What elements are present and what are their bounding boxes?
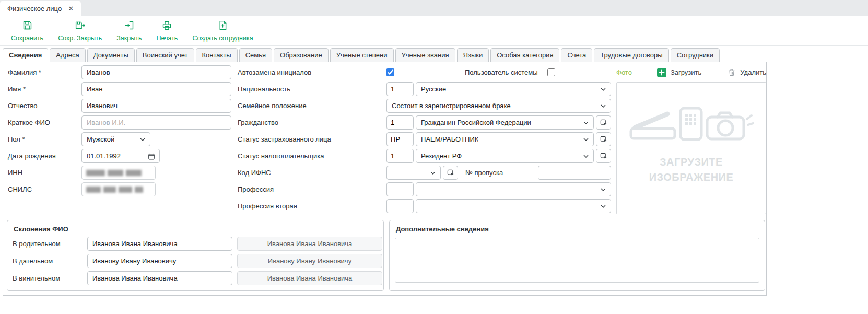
lookup-icon (600, 152, 608, 160)
ifns-lookup-button[interactable] (443, 166, 458, 180)
first-name-label: Имя * (8, 85, 81, 93)
short-fio-label: Краткое ФИО (8, 119, 81, 126)
app-window: Физическое лицо ✕ Сохранить Сохр. Закрыт… (0, 0, 868, 296)
nationality-value: Русские (421, 85, 446, 93)
pass-number-input[interactable] (538, 166, 611, 180)
photo-column: Фото Загрузить Удалить (616, 65, 766, 214)
chevron-down-icon (140, 138, 145, 141)
tab-uchenye-stepeni[interactable]: Ученые степени (330, 48, 394, 62)
calendar-icon[interactable] (147, 152, 156, 160)
create-employee-button-label: Создать сотрудника (192, 34, 253, 42)
tab-uchenye-zvaniya[interactable]: Ученые звания (395, 48, 455, 62)
print-button-label: Печать (156, 34, 178, 42)
plus-icon (657, 68, 666, 77)
window-tab-close-icon[interactable]: ✕ (68, 5, 74, 12)
tab-scheta[interactable]: Счета (561, 48, 592, 62)
marital-status-label: Семейное положение (238, 102, 386, 110)
taxpayer-status-code-input[interactable] (386, 149, 414, 163)
print-icon (161, 20, 172, 32)
last-name-label: Фамилия * (8, 68, 81, 76)
tab-sotrudniki[interactable]: Сотрудники (671, 48, 720, 62)
nationality-label: Национальность (238, 85, 386, 93)
tab-obrazovanie[interactable]: Образование (274, 48, 329, 62)
marital-status-select[interactable]: Состоит в зарегистрированном браке (386, 99, 611, 113)
lookup-icon (600, 135, 608, 144)
save-icon (22, 20, 33, 32)
phone-icon (679, 107, 703, 141)
profession-second-select[interactable] (416, 199, 611, 213)
taxpayer-status-value: Резидент РФ (421, 152, 462, 160)
declensions-title: Склонения ФИО (7, 220, 383, 237)
profession-select[interactable] (416, 182, 611, 196)
gender-value: Мужской (87, 135, 114, 143)
system-user-checkbox[interactable] (547, 68, 555, 76)
insured-status-code-input[interactable] (386, 132, 414, 146)
photo-label: Фото (616, 68, 632, 76)
citizenship-lookup-button[interactable] (596, 115, 611, 130)
birth-date-field[interactable] (81, 149, 160, 163)
tab-kontakty[interactable]: Контакты (196, 48, 238, 62)
nationality-code-input[interactable] (386, 82, 414, 96)
photo-dropzone[interactable]: ЗАГРУЗИТЕ ИЗОБРАЖЕНИЕ (616, 82, 766, 214)
window-tab-fizicheskoe-lico[interactable]: Физическое лицо ✕ (0, 1, 81, 16)
insured-status-value: НАЕМ/РАБОТНИК (421, 135, 478, 143)
tab-trudovye-dogovory[interactable]: Трудовые договоры (594, 48, 668, 62)
chevron-down-icon (601, 104, 606, 108)
create-employee-icon (217, 20, 228, 32)
accusative-label: В винительном (13, 274, 87, 282)
nationality-select[interactable]: Русские (416, 82, 611, 96)
photo-placeholder-text: ЗАГРУЗИТЕ ИЗОБРАЖЕНИЕ (649, 155, 734, 185)
profession-second-code-input[interactable] (386, 199, 414, 213)
taxpayer-status-lookup-button[interactable] (596, 149, 611, 163)
inn-label: ИНН (8, 169, 81, 177)
citizenship-select[interactable]: Гражданин Российской Федерации (416, 115, 594, 130)
save-button[interactable]: Сохранить (7, 18, 47, 43)
citizenship-code-input[interactable] (386, 115, 414, 130)
tab-content-svedeniya: Фамилия * Имя * Отчество Краткое ФИО Пол… (3, 62, 767, 296)
dative-suggestion-button[interactable]: Иванову Ивану Ивановичу (237, 254, 382, 268)
profession-code-input[interactable] (386, 182, 414, 196)
status-fields-column: Автозамена инициалов Пользователь систем… (238, 65, 611, 216)
inn-input[interactable] (81, 166, 156, 180)
close-button[interactable]: Закрыть (113, 18, 145, 43)
short-fio-input[interactable] (81, 115, 231, 130)
birth-date-input[interactable] (87, 152, 147, 160)
genitive-suggestion-button[interactable]: Иванова Ивана Ивановича (237, 237, 382, 251)
window-tab-title: Физическое лицо (7, 5, 62, 13)
first-name-input[interactable] (81, 82, 231, 96)
dative-label: В дательном (13, 257, 87, 265)
tab-voinskiy-uchet[interactable]: Воинский учет (136, 48, 194, 62)
ifns-code-select[interactable] (386, 166, 441, 180)
inn-redacted-value (86, 170, 105, 176)
print-button[interactable]: Печать (153, 18, 181, 43)
citizenship-value: Гражданин Российской Федерации (421, 119, 531, 126)
accusative-input[interactable] (87, 271, 232, 285)
tab-osobaya-kategoriya[interactable]: Особая категория (490, 48, 559, 62)
upload-photo-button[interactable]: Загрузить (657, 68, 701, 77)
middle-name-input[interactable] (81, 99, 231, 113)
insured-status-select[interactable]: НАЕМ/РАБОТНИК (416, 132, 594, 146)
genitive-input[interactable] (87, 237, 232, 251)
chevron-down-icon (430, 171, 436, 175)
lookup-icon (600, 119, 608, 127)
accusative-suggestion-button[interactable]: Иванова Ивана Ивановича (237, 271, 382, 285)
dative-input[interactable] (87, 254, 232, 268)
last-name-input[interactable] (81, 65, 231, 79)
chevron-down-icon (601, 188, 606, 191)
save-close-button[interactable]: Сохр. Закрыть (54, 18, 105, 43)
insured-status-lookup-button[interactable] (596, 132, 611, 146)
tab-semya[interactable]: Семья (239, 48, 272, 62)
tab-dokumenty[interactable]: Документы (87, 48, 135, 62)
tab-yazyki[interactable]: Языки (457, 48, 489, 62)
additional-info-textarea[interactable] (395, 238, 759, 283)
auto-initials-checkbox[interactable] (386, 68, 394, 76)
tab-adresa[interactable]: Адреса (50, 48, 85, 62)
create-employee-button[interactable]: Создать сотрудника (189, 18, 256, 43)
save-close-icon (75, 20, 86, 32)
tab-svedeniya[interactable]: Сведения (3, 48, 48, 62)
chevron-down-icon (601, 205, 606, 208)
delete-photo-button[interactable]: Удалить (728, 68, 766, 77)
gender-select[interactable]: Мужской (81, 132, 150, 146)
snils-input[interactable] (81, 182, 156, 196)
taxpayer-status-select[interactable]: Резидент РФ (416, 149, 594, 163)
